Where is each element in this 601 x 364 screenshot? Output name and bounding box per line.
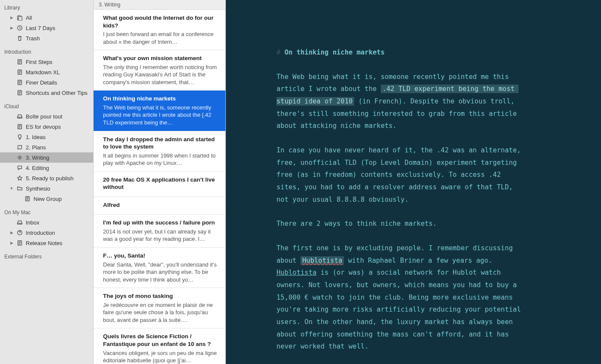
note-preview: Je redécouvre en ce moment le plaisir de… <box>103 301 219 324</box>
note-list-header: 3. Writing <box>94 0 225 10</box>
sidebar-item-introduction2[interactable]: ▶ Introduction <box>0 228 93 238</box>
note-item[interactable]: 20 free Mac OS X applications I can't li… <box>94 172 225 197</box>
sidebar-item-label: All <box>26 15 32 21</box>
note-preview: The Web being what it is, someone recent… <box>103 104 219 127</box>
note-item[interactable]: On thinking niche marketsThe Web being w… <box>94 91 225 131</box>
chevron-right-icon: ▶ <box>9 231 14 235</box>
folder-icon <box>16 185 23 192</box>
sidebar-section-external: External Folders <box>0 252 93 261</box>
sidebar-item-ready[interactable]: 5. Ready to publish <box>0 173 93 183</box>
chevron-down-icon: ▼ <box>9 186 14 191</box>
sheet-icon <box>16 123 23 130</box>
sidebar-item-boite[interactable]: Boîte pour tout <box>0 111 93 121</box>
sheet-icon <box>16 89 23 96</box>
note-list-column: 3. Writing What good would the Internet … <box>94 0 226 364</box>
note-item[interactable]: Quels livres de Science Fiction / Fantas… <box>94 328 225 364</box>
sidebar-item-editing[interactable]: 4. Editing <box>0 163 93 173</box>
sidebar-item-shortcuts[interactable]: Shortcuts and Other Tips <box>0 88 93 98</box>
note-title: 20 free Mac OS X applications I can't li… <box>103 176 219 191</box>
sidebar-item-all[interactable]: ▶ All <box>0 12 93 23</box>
chevron-right-icon: ▶ <box>9 241 14 245</box>
sidebar-item-release[interactable]: ▶ Release Notes <box>0 238 93 248</box>
sidebar-item-first-steps[interactable]: First Steps <box>0 57 93 67</box>
note-list-body[interactable]: What good would the Internet do for our … <box>94 10 225 364</box>
note-title: Alfred <box>103 201 219 209</box>
editor-paragraph: There are 2 ways to think niche markets. <box>276 218 525 230</box>
help-icon <box>16 229 23 236</box>
gear-icon <box>16 154 23 161</box>
note-preview: Vacances obligent, je sors un peu de ma … <box>103 349 219 364</box>
sidebar-section-library: Library <box>0 3 93 12</box>
note-preview: 2014 is not over yet, but I can already … <box>103 228 219 243</box>
note-item[interactable]: What's your own mission statementThe onl… <box>94 50 225 91</box>
note-preview: The only thing I remember worth noticing… <box>103 64 219 86</box>
sidebar-item-trash[interactable]: Trash <box>0 33 93 43</box>
inbox-icon <box>16 219 23 226</box>
editor-paragraph: In case you have never heard of it, the … <box>276 144 525 206</box>
note-item[interactable]: Alfred <box>94 197 225 215</box>
map-icon <box>16 144 23 151</box>
note-title: What's your own mission statement <box>103 55 219 62</box>
sheet-icon <box>16 69 23 76</box>
sidebar-item-synthesio[interactable]: ▼ Synthesio <box>0 183 93 194</box>
clock-icon <box>16 24 23 31</box>
note-preview: Dear Santa, Well, "dear", you'll underst… <box>103 261 219 284</box>
note-title: The joys of mono tasking <box>103 292 219 300</box>
note-item[interactable]: I'm fed up with the success / failure po… <box>94 215 225 248</box>
sidebar-item-label: Trash <box>26 35 40 42</box>
chevron-right-icon: ▶ <box>9 15 14 20</box>
note-preview: It all begins in summer 1998 when I star… <box>103 152 219 167</box>
sidebar-item-ideas[interactable]: 1. Ideas <box>0 132 93 142</box>
chat-icon <box>16 164 23 171</box>
sidebar-item-esdev[interactable]: ES for devops <box>0 121 93 132</box>
editor-paragraph: The first one is by excluding people. I … <box>276 242 525 353</box>
tray-icon <box>16 14 23 21</box>
trash-icon <box>16 35 23 42</box>
sidebar: Library ▶ All ▶ Last 7 Days Trash Introd… <box>0 0 94 364</box>
sidebar-item-markdown-xl[interactable]: Markdown XL <box>0 67 93 77</box>
note-item[interactable]: The day I dropped the admin and started … <box>94 131 225 172</box>
sheet-icon <box>16 240 23 246</box>
editor-panel[interactable]: # On thinking niche markets The Web bein… <box>226 0 601 364</box>
editor-paragraph: The Web being what it is, someone recent… <box>276 71 525 132</box>
sidebar-section-mac: On My Mac <box>0 207 93 217</box>
note-title: What good would the Internet do for our … <box>103 14 219 29</box>
star-icon <box>16 175 23 182</box>
note-item[interactable]: The joys of mono taskingJe redécouvre en… <box>94 288 225 328</box>
sheet-icon <box>16 79 23 86</box>
sidebar-item-inbox[interactable]: Inbox <box>0 217 93 228</box>
editor-spellerror: Hublotista <box>276 269 316 276</box>
sidebar-item-finer-details[interactable]: Finer Details <box>0 77 93 88</box>
lightbulb-icon <box>16 133 23 140</box>
editor-heading: # On thinking niche markets <box>276 46 525 59</box>
note-title: The day I dropped the admin and started … <box>103 136 219 151</box>
note-title: F… you, Santa! <box>103 252 219 260</box>
sidebar-item-last7[interactable]: ▶ Last 7 Days <box>0 23 93 33</box>
sidebar-item-label: Last 7 Days <box>26 25 55 31</box>
editor-highlight-spellerror: Hublotista <box>300 256 344 265</box>
note-title: I'm fed up with the success / failure po… <box>103 219 219 227</box>
sidebar-section-introduction: Introduction <box>0 47 93 57</box>
note-item[interactable]: F… you, Santa!Dear Santa, Well, "dear", … <box>94 248 225 288</box>
chevron-right-icon: ▶ <box>9 26 14 30</box>
sidebar-item-writing[interactable]: 3. Writing <box>0 152 93 163</box>
svg-rect-1 <box>18 16 22 21</box>
sheet-icon <box>16 58 23 65</box>
sidebar-item-newgroup[interactable]: New Group <box>0 194 93 204</box>
note-item[interactable]: What good would the Internet do for our … <box>94 10 225 50</box>
note-title: On thinking niche markets <box>103 95 219 103</box>
svg-point-8 <box>19 157 21 158</box>
sheet-icon <box>24 195 31 202</box>
sidebar-section-icloud: iCloud <box>0 101 93 111</box>
note-preview: I just been forward an email for a confe… <box>103 30 219 46</box>
inbox-icon <box>16 113 23 120</box>
sidebar-item-plans[interactable]: 2. Plans <box>0 142 93 152</box>
note-title: Quels livres de Science Fiction / Fantas… <box>103 333 219 348</box>
